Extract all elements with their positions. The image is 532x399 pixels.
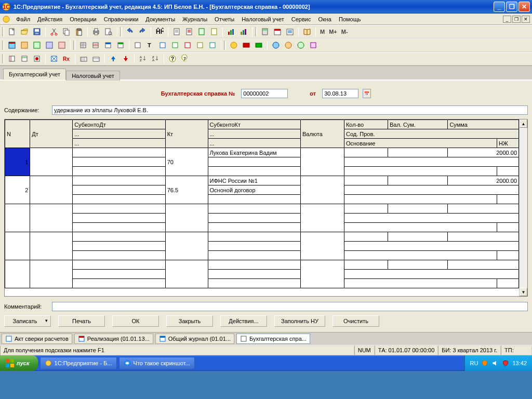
mdi-close-button[interactable]: ✕	[522, 16, 530, 23]
tb-r2-14-icon[interactable]	[182, 39, 193, 51]
table-row[interactable]	[5, 260, 519, 270]
col-cur[interactable]: Валюта	[300, 120, 344, 148]
tb-r3-up-icon[interactable]	[108, 53, 119, 64]
tb-r2-6-icon[interactable]	[77, 39, 89, 51]
tb-r3-help-icon[interactable]: ?	[167, 53, 178, 64]
tb-doc1-icon[interactable]	[171, 26, 182, 37]
taskbar-task-2[interactable]: Что такое скриншот...	[119, 357, 195, 369]
content-input[interactable]	[52, 105, 528, 115]
tb-r2-12-icon[interactable]	[157, 39, 168, 51]
tb-r3-sort-desc-icon[interactable]: ZA	[150, 53, 161, 64]
close-button[interactable]: ✕	[518, 2, 530, 12]
col-basis[interactable]: Основание	[344, 139, 497, 148]
mdi-restore-button[interactable]: ❐	[512, 16, 521, 23]
tb-r2-11-icon[interactable]: T	[144, 39, 156, 51]
taskbar-task-1[interactable]: 1С:Предприятие - Б...	[40, 357, 117, 369]
minimize-button[interactable]: _	[494, 2, 505, 12]
tray-lang[interactable]: RU	[470, 360, 478, 366]
menu-directories[interactable]: Справочники	[100, 15, 142, 23]
tb-calendar-icon[interactable]	[272, 26, 283, 37]
col-sum[interactable]: Сумма	[448, 120, 519, 129]
copy-icon[interactable]	[61, 26, 72, 37]
tab-accounting[interactable]: Бухгалтерский учет	[3, 69, 66, 80]
table-row[interactable]: 2 76.5 ИФНС России №1 2000.00	[5, 176, 519, 185]
col-valsum[interactable]: Вал. Сум.	[388, 120, 447, 129]
print-button[interactable]: Печать	[58, 315, 105, 327]
tb-mminus[interactable]: M-	[340, 29, 350, 35]
tb-calc-icon[interactable]	[259, 26, 271, 37]
tray-clock[interactable]: 13:42	[512, 360, 527, 366]
col-sodprov[interactable]: Сод. Пров.	[344, 129, 518, 139]
cut-icon[interactable]	[48, 26, 60, 37]
tray-shield-icon[interactable]	[481, 360, 488, 367]
tb-r2-3-icon[interactable]	[31, 39, 43, 51]
tb-r3-2-icon[interactable]	[19, 53, 30, 64]
tb-r3-down-icon[interactable]	[120, 53, 131, 64]
scroll-down-button[interactable]: ▼	[520, 288, 527, 296]
fill-nu-button[interactable]: Заполнить НУ	[274, 315, 325, 327]
tb-r2-18-icon[interactable]	[241, 39, 252, 51]
tb-r3-5-icon[interactable]	[78, 53, 89, 64]
tab-tax[interactable]: Налоговый учет	[66, 71, 120, 81]
tb-r3-3-icon[interactable]	[31, 53, 43, 64]
col-subkt[interactable]: СубконтоКт	[208, 120, 300, 129]
vertical-scrollbar[interactable]: ▲ ▼	[519, 119, 527, 296]
open-icon[interactable]	[19, 26, 30, 37]
tb-r2-9-icon[interactable]	[115, 39, 126, 51]
table-row[interactable]	[5, 157, 519, 167]
save-button[interactable]: Записать	[4, 315, 51, 327]
tb-r2-5-icon[interactable]	[56, 39, 68, 51]
tb-r2-2-icon[interactable]	[19, 39, 30, 51]
menu-help[interactable]: Помощь	[335, 15, 365, 23]
comment-input[interactable]	[52, 302, 528, 311]
tb-r2-15-icon[interactable]	[194, 39, 206, 51]
tb-r3-6-icon[interactable]	[90, 53, 102, 64]
find-icon[interactable]: ĤĤ	[154, 26, 165, 37]
col-subdt[interactable]: СубконтоДт	[73, 120, 165, 129]
col-nzh[interactable]: НЖ	[497, 139, 518, 148]
table-row[interactable]	[5, 195, 519, 204]
tb-r2-10-icon[interactable]	[132, 39, 143, 51]
menu-service[interactable]: Сервис	[288, 15, 315, 23]
tb-mplus[interactable]: M+	[327, 29, 339, 35]
maximize-button[interactable]: ❐	[506, 2, 517, 12]
table-row[interactable]	[5, 204, 519, 214]
filter-subkt-2[interactable]: ...	[208, 139, 300, 148]
tb-r2-21-icon[interactable]	[283, 39, 294, 51]
menu-documents[interactable]: Документы	[142, 15, 179, 23]
doc-date-input[interactable]	[322, 89, 358, 98]
date-picker-button[interactable]: 📅	[363, 89, 371, 98]
tb-chart1-icon[interactable]	[225, 26, 237, 37]
new-icon[interactable]	[6, 26, 18, 37]
menu-actions[interactable]: Действия	[34, 15, 66, 23]
tb-r2-19-icon[interactable]	[253, 39, 264, 51]
ok-button[interactable]: ОК	[112, 315, 159, 327]
tb-r2-13-icon[interactable]	[169, 39, 181, 51]
tb-r3-rx-icon[interactable]: Rx	[61, 53, 72, 64]
mdi-tab-4[interactable]: Бухгалтерская спра...	[236, 334, 310, 344]
tb-r3-4-icon[interactable]	[48, 53, 60, 64]
table-row[interactable]: Осноной договор	[5, 185, 519, 195]
menu-reports[interactable]: Отчеты	[211, 15, 238, 23]
col-kt[interactable]: Кт	[165, 120, 208, 148]
mdi-tab-3[interactable]: Общий журнал (01.01...	[155, 334, 234, 344]
save-icon[interactable]	[31, 26, 43, 37]
tb-r2-20-icon[interactable]	[270, 39, 282, 51]
close-doc-button[interactable]: Закрыть	[166, 315, 213, 327]
actions-button[interactable]: Действия...	[220, 315, 267, 327]
redo-icon[interactable]	[137, 26, 148, 37]
col-n[interactable]: N	[5, 120, 30, 148]
table-row[interactable]	[5, 232, 519, 242]
tb-r2-8-icon[interactable]	[102, 39, 114, 51]
filter-subdt-1[interactable]: ...	[73, 129, 165, 139]
tb-r2-1-icon[interactable]	[6, 39, 18, 51]
tb-r2-17-icon[interactable]	[228, 39, 240, 51]
tb-r2-23-icon[interactable]	[308, 39, 319, 51]
table-row[interactable]: 1 70 Лукова Екатерина Вадим 2000.00	[5, 148, 519, 157]
tb-r3-1-icon[interactable]	[6, 53, 18, 64]
print-icon[interactable]	[90, 26, 102, 37]
menu-tax[interactable]: Налоговый учет	[238, 15, 288, 23]
doc-number-input[interactable]	[241, 89, 288, 98]
col-qty[interactable]: Кол-во	[344, 120, 388, 129]
tb-doc4-icon[interactable]	[208, 26, 220, 37]
